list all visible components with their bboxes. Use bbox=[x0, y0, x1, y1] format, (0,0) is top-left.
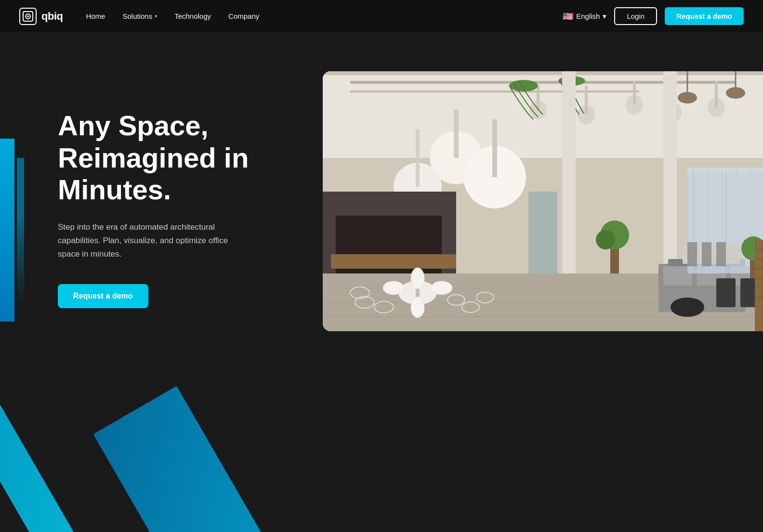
office-image bbox=[323, 71, 763, 331]
svg-rect-10 bbox=[454, 110, 459, 158]
left-blue-bar-secondary bbox=[17, 158, 24, 302]
nav-technology[interactable]: Technology bbox=[174, 12, 211, 20]
hero-section: Any Space, Reimagined in Minutes. Step i… bbox=[0, 33, 763, 532]
svg-rect-59 bbox=[687, 168, 763, 171]
svg-rect-72 bbox=[755, 240, 763, 331]
svg-rect-31 bbox=[331, 254, 456, 269]
svg-rect-20 bbox=[633, 81, 636, 105]
svg-point-41 bbox=[411, 268, 424, 289]
navbar-right: 🇺🇸 English ▾ Login Request a demo bbox=[563, 7, 744, 25]
nav-solutions-link[interactable]: Solutions ▾ bbox=[122, 12, 157, 20]
svg-point-25 bbox=[509, 80, 538, 91]
nav-demo-button[interactable]: Request a demo bbox=[665, 7, 744, 25]
navbar-left: qbiq Home Solutions ▾ Technology bbox=[19, 8, 259, 25]
svg-rect-14 bbox=[416, 129, 420, 187]
svg-rect-12 bbox=[492, 119, 497, 177]
svg-rect-6 bbox=[350, 81, 736, 84]
svg-rect-24 bbox=[715, 81, 718, 107]
us-flag-icon: 🇺🇸 bbox=[563, 11, 573, 22]
hero-right-panel bbox=[318, 33, 763, 532]
svg-point-2 bbox=[27, 15, 29, 17]
solutions-chevron-icon: ▾ bbox=[155, 13, 157, 19]
svg-point-39 bbox=[383, 281, 404, 295]
svg-rect-18 bbox=[585, 86, 588, 115]
nav-company[interactable]: Company bbox=[228, 12, 259, 20]
svg-point-70 bbox=[678, 92, 697, 104]
blue-stripe-2 bbox=[93, 386, 273, 532]
hero-demo-button[interactable]: Request a demo bbox=[58, 284, 148, 308]
left-blue-bar bbox=[0, 139, 14, 322]
svg-rect-54 bbox=[716, 278, 736, 307]
nav-links: Home Solutions ▾ Technology Company bbox=[86, 12, 259, 20]
svg-rect-16 bbox=[537, 86, 539, 110]
nav-technology-link[interactable]: Technology bbox=[174, 12, 211, 20]
nav-solutions[interactable]: Solutions ▾ bbox=[122, 12, 157, 20]
svg-point-42 bbox=[411, 297, 424, 318]
hero-subtitle: Step into the era of automated architect… bbox=[58, 221, 241, 261]
logo-icon bbox=[19, 8, 37, 25]
logo[interactable]: qbiq bbox=[19, 8, 63, 25]
svg-rect-80 bbox=[687, 242, 697, 266]
login-button[interactable]: Login bbox=[614, 7, 657, 25]
svg-rect-82 bbox=[716, 242, 726, 266]
hero-title: Any Space, Reimagined in Minutes. bbox=[58, 110, 289, 206]
language-label: English bbox=[576, 12, 600, 20]
blue-accent-decoration bbox=[0, 339, 318, 532]
svg-point-56 bbox=[671, 298, 704, 317]
language-selector[interactable]: 🇺🇸 English ▾ bbox=[563, 11, 606, 22]
hero-wrapper: Any Space, Reimagined in Minutes. Step i… bbox=[0, 33, 763, 532]
nav-home[interactable]: Home bbox=[86, 12, 105, 20]
hero-left-panel: Any Space, Reimagined in Minutes. Step i… bbox=[0, 33, 318, 532]
nav-home-link[interactable]: Home bbox=[86, 12, 105, 20]
logo-text: qbiq bbox=[41, 10, 63, 23]
svg-point-40 bbox=[431, 281, 452, 295]
svg-point-67 bbox=[596, 230, 615, 249]
nav-company-link[interactable]: Company bbox=[228, 12, 259, 20]
svg-point-71 bbox=[726, 87, 745, 99]
navbar: qbiq Home Solutions ▾ Technology bbox=[0, 0, 763, 33]
language-chevron-icon: ▾ bbox=[603, 12, 606, 21]
svg-rect-81 bbox=[702, 242, 711, 266]
svg-rect-7 bbox=[350, 91, 639, 92]
svg-rect-5 bbox=[323, 71, 763, 75]
